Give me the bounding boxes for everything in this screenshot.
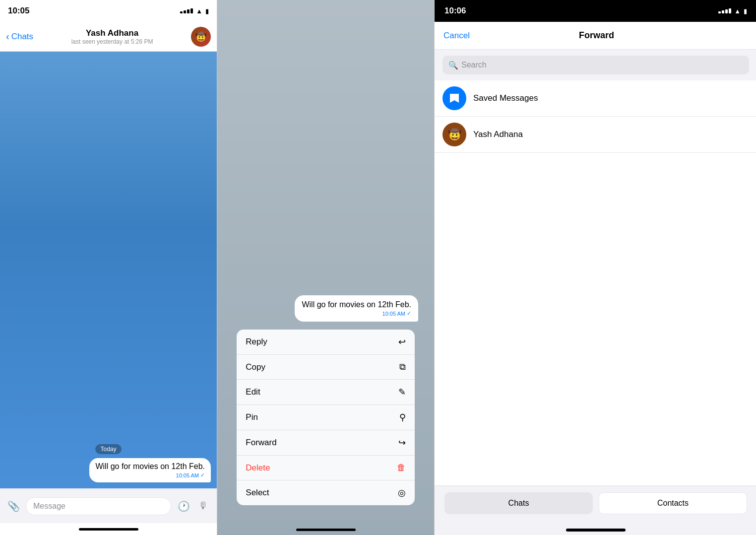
context-content: Will go for movies on 12th Feb. 10:05 AM… [217, 0, 434, 535]
context-message-text: Will go for movies on 12th Feb. [302, 300, 411, 309]
context-menu: Reply ↩ Copy ⧉ Edit ✎ Pin ⚲ Forward ↪ De… [237, 330, 414, 505]
select-icon: ◎ [398, 487, 406, 498]
forward-wifi-icon: ▲ [734, 7, 741, 15]
message-text: Will go for movies on 12th Feb. [95, 462, 205, 470]
date-badge: Today [95, 444, 121, 454]
forward-bottom-tabs: Chats Contacts [435, 485, 756, 525]
signal-icon [180, 8, 193, 13]
chat-header: ‹ Chats Yash Adhana last seen yesterday … [0, 22, 217, 52]
yash-name: Yash Adhana [473, 130, 523, 139]
forward-status-time: 10:06 [444, 6, 466, 16]
forward-header: Cancel Forward [435, 22, 756, 50]
menu-item-delete[interactable]: Delete 🗑 [237, 456, 414, 480]
forward-signal-icon [718, 8, 731, 13]
context-message-bubble: Will go for movies on 12th Feb. 10:05 AM… [295, 295, 418, 322]
contact-list: Saved Messages 🤠 Yash Adhana [435, 80, 756, 485]
emoji-button[interactable]: 🕐 [176, 499, 191, 514]
menu-item-forward[interactable]: Forward ↪ [237, 430, 414, 456]
context-menu-panel: Will go for movies on 12th Feb. 10:05 AM… [217, 0, 434, 535]
status-time: 10:05 [8, 6, 29, 16]
search-placeholder: Search [461, 61, 487, 69]
menu-item-select[interactable]: Select ◎ [237, 480, 414, 505]
pin-label: Pin [246, 412, 258, 422]
forward-title: Forward [579, 30, 614, 41]
paperclip-icon: 📎 [7, 500, 20, 512]
copy-label: Copy [246, 362, 265, 372]
delete-label: Delete [246, 463, 270, 473]
context-message-meta: 10:05 AM ✓ [302, 310, 411, 317]
back-button[interactable]: ‹ Chats [6, 31, 33, 42]
avatar-image: 🤠 [191, 27, 211, 47]
chevron-left-icon: ‹ [6, 31, 9, 42]
cancel-button[interactable]: Cancel [443, 31, 470, 41]
context-message-time: 10:05 AM [382, 311, 405, 317]
status-icons: ▲ ▮ [180, 7, 209, 15]
read-check-icon: ✓ [200, 472, 205, 478]
message-input[interactable]: Message [26, 497, 171, 515]
edit-label: Edit [246, 387, 260, 397]
menu-item-edit[interactable]: Edit ✎ [237, 380, 414, 405]
wifi-icon: ▲ [196, 7, 202, 15]
saved-messages-name: Saved Messages [473, 93, 538, 103]
contact-avatar[interactable]: 🤠 [191, 27, 211, 47]
forward-label: Forward [246, 438, 276, 448]
back-label: Chats [11, 32, 33, 42]
forward-panel: 10:06 ▲ ▮ Cancel Forward 🔍 Search [435, 0, 756, 535]
contact-status: last seen yesterday at 5:26 PM [71, 38, 153, 45]
menu-item-reply[interactable]: Reply ↩ [237, 330, 414, 355]
delete-icon: 🗑 [397, 463, 406, 473]
home-indicator [0, 523, 217, 535]
battery-icon: ▮ [205, 7, 209, 15]
contact-item-yash[interactable]: 🤠 Yash Adhana [435, 117, 756, 153]
chat-panel: 10:05 ▲ ▮ ‹ Chats Yash Adhana last seen … [0, 0, 217, 535]
yash-avatar-emoji: 🤠 [448, 128, 461, 141]
message-meta: 10:05 AM ✓ [95, 472, 205, 478]
forward-battery-icon: ▮ [744, 7, 747, 15]
mic-icon: 🎙 [198, 500, 208, 512]
chat-background: Today Will go for movies on 12th Feb. 10… [0, 52, 217, 488]
forward-home-indicator [435, 525, 756, 535]
reply-icon: ↩ [398, 336, 406, 347]
emoji-icon: 🕐 [178, 500, 190, 512]
search-bar[interactable]: 🔍 Search [442, 56, 749, 74]
forward-home-bar [566, 529, 626, 532]
contact-item-saved[interactable]: Saved Messages [435, 80, 756, 117]
input-bar: 📎 Message 🕐 🎙 [0, 488, 217, 523]
contact-name: Yash Adhana [86, 28, 138, 38]
edit-icon: ✎ [398, 387, 406, 398]
message-time: 10:05 AM [176, 472, 199, 478]
message-placeholder: Message [33, 502, 65, 511]
forward-status-icons: ▲ ▮ [718, 7, 747, 15]
saved-messages-avatar [442, 86, 466, 110]
reply-label: Reply [246, 337, 267, 347]
menu-item-pin[interactable]: Pin ⚲ [237, 405, 414, 430]
attachment-button[interactable]: 📎 [6, 499, 21, 514]
menu-item-copy[interactable]: Copy ⧉ [237, 355, 414, 380]
header-center: Yash Adhana last seen yesterday at 5:26 … [37, 28, 187, 45]
context-home-indicator [217, 529, 434, 531]
message-bubble[interactable]: Will go for movies on 12th Feb. 10:05 AM… [89, 458, 211, 482]
microphone-button[interactable]: 🎙 [196, 499, 211, 514]
search-icon: 🔍 [448, 61, 458, 70]
context-home-bar [296, 529, 356, 531]
chats-tab-label: Chats [508, 499, 529, 508]
pin-icon: ⚲ [399, 412, 406, 423]
home-bar [79, 528, 138, 531]
copy-icon: ⧉ [399, 362, 406, 372]
select-label: Select [246, 488, 269, 498]
contacts-tab[interactable]: Contacts [599, 492, 747, 514]
context-check-icon: ✓ [407, 310, 411, 317]
forward-status-bar: 10:06 ▲ ▮ [435, 0, 756, 22]
chats-tab[interactable]: Chats [444, 492, 593, 514]
forward-icon: ↪ [398, 437, 406, 448]
status-bar: 10:05 ▲ ▮ [0, 0, 217, 22]
yash-avatar: 🤠 [442, 123, 466, 146]
contacts-tab-label: Contacts [657, 499, 689, 508]
